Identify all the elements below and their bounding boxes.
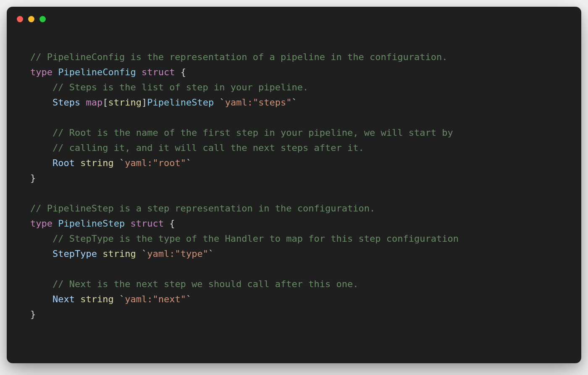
code-token-plain: } (30, 173, 36, 183)
indent (30, 97, 52, 108)
code-line: StepType string `yaml:"type"` (30, 248, 214, 259)
code-token-plain (125, 218, 130, 229)
code-token-field: Next (52, 294, 80, 304)
indent (30, 158, 52, 168)
maximize-icon[interactable] (39, 16, 46, 22)
code-token-comment: // StepType is the type of the Handler t… (52, 233, 459, 244)
code-line: } (30, 173, 36, 183)
code-line: } (30, 309, 36, 320)
indent (30, 248, 52, 259)
code-line: // StepType is the type of the Handler t… (30, 233, 459, 244)
code-token-plain: ` (208, 248, 214, 259)
code-window: // PipelineConfig is the representation … (7, 7, 581, 363)
code-token-plain: ` (136, 248, 147, 259)
code-token-builtin: string (102, 248, 136, 259)
code-token-plain: ] (142, 97, 147, 108)
code-line: // Next is the next step we should call … (30, 279, 358, 289)
code-token-builtin: string (80, 158, 113, 168)
indent (30, 279, 52, 289)
indent (30, 127, 52, 138)
code-token-comment: // Steps is the list of step in your pip… (52, 82, 308, 92)
code-line: Steps map[string]PipelineStep `yaml:"ste… (30, 97, 297, 108)
code-token-struct: struct (142, 67, 175, 77)
code-token-type: PipelineConfig (58, 67, 136, 77)
code-block: // PipelineConfig is the representation … (30, 50, 558, 322)
code-token-keyword: type (30, 67, 58, 77)
code-token-builtin: string (80, 294, 113, 304)
code-token-plain (136, 67, 142, 77)
code-line: // PipelineConfig is the representation … (30, 52, 447, 62)
code-line: type PipelineConfig struct { (30, 67, 186, 77)
code-token-type: PipelineStep (58, 218, 125, 229)
code-token-plain: ` (292, 97, 297, 108)
indent (30, 233, 52, 244)
code-token-plain: } (30, 309, 36, 320)
code-line: // calling it, and it will call the next… (30, 143, 364, 153)
code-token-plain: { (175, 67, 186, 77)
window-controls (17, 16, 46, 22)
code-token-string: yaml:"steps" (225, 97, 292, 108)
code-line: type PipelineStep struct { (30, 218, 175, 229)
code-line: Next string `yaml:"next"` (30, 294, 192, 304)
code-token-comment: // PipelineConfig is the representation … (30, 52, 447, 62)
code-token-string: yaml:"next" (125, 294, 186, 304)
code-token-plain: ` (186, 294, 192, 304)
code-token-field: StepType (52, 248, 102, 259)
code-token-keyword: type (30, 218, 58, 229)
code-token-plain: ` (114, 294, 125, 304)
code-token-comment: // PipelineStep is a step representation… (30, 203, 375, 214)
indent (30, 143, 52, 153)
code-token-string: yaml:"root" (125, 158, 186, 168)
code-token-string: yaml:"type" (147, 248, 208, 259)
close-icon[interactable] (17, 16, 23, 22)
minimize-icon[interactable] (28, 16, 34, 22)
code-token-keyword: map (86, 97, 102, 108)
indent (30, 82, 52, 92)
code-token-plain: ` (214, 97, 225, 108)
code-token-comment: // Root is the name of the first step in… (52, 127, 453, 138)
code-token-plain: ` (114, 158, 125, 168)
code-token-plain: { (164, 218, 175, 229)
code-line: // Steps is the list of step in your pip… (30, 82, 308, 92)
indent (30, 294, 52, 304)
code-token-comment: // Next is the next step we should call … (52, 279, 358, 289)
code-token-field: Root (52, 158, 80, 168)
code-token-plain: ` (186, 158, 192, 168)
code-token-struct: struct (130, 218, 163, 229)
code-line: // Root is the name of the first step in… (30, 127, 453, 138)
code-token-type: PipelineStep (147, 97, 214, 108)
code-token-plain: [ (102, 97, 108, 108)
code-line: // PipelineStep is a step representation… (30, 203, 375, 214)
code-token-field: Steps (52, 97, 86, 108)
code-token-builtin: string (108, 97, 141, 108)
code-line: Root string `yaml:"root"` (30, 158, 192, 168)
code-token-comment: // calling it, and it will call the next… (52, 143, 364, 153)
